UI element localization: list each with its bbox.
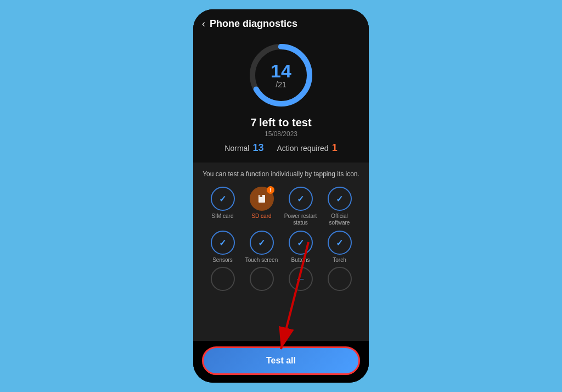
action-stat: Action required 1	[277, 142, 337, 154]
sensors-icon-circle: ✓	[211, 231, 235, 255]
buttons-label: Buttons	[291, 257, 310, 264]
torch-item[interactable]: ✓ Torch	[321, 231, 358, 264]
power-restart-label: Power restart status	[282, 213, 319, 226]
info-card: You can test a function individually by …	[193, 163, 369, 341]
normal-stat: Normal 13	[224, 142, 263, 154]
current-count: 14	[271, 61, 291, 80]
left-label: left to test	[259, 116, 312, 128]
left-count: 7	[250, 116, 256, 128]
sim-card-item[interactable]: ✓ SIM card	[204, 187, 241, 226]
extra-item-1[interactable]	[204, 267, 241, 291]
donut-center: 14 /21	[271, 61, 291, 89]
date-text: 15/08/2023	[265, 130, 297, 138]
back-button[interactable]: ‹	[202, 18, 205, 30]
header: ‹ Phone diagnostics	[193, 9, 369, 34]
sd-card-icon	[256, 193, 267, 204]
stats-row: Normal 13 Action required 1	[224, 142, 337, 158]
official-software-item[interactable]: ✓ Official software	[321, 187, 358, 226]
power-restart-icon-circle: ✓	[289, 187, 313, 211]
extra-item-2[interactable]	[243, 267, 280, 291]
extra-item-3[interactable]: —	[282, 267, 319, 291]
extra-icon-4	[328, 267, 352, 291]
donut-chart: 14 /21	[245, 40, 317, 111]
buttons-icon-circle: ✓	[289, 231, 313, 255]
diagnostics-grid: ✓ SIM card ! SD card	[202, 187, 360, 226]
sd-card-icon-circle: !	[250, 187, 274, 211]
extra-item-4[interactable]	[321, 267, 358, 291]
touch-screen-item[interactable]: ✓ Touch screen	[243, 231, 280, 264]
phone-frame: ‹ Phone diagnostics 14 /21 7 left to tes…	[193, 9, 369, 383]
page-title: Phone diagnostics	[210, 18, 297, 30]
svg-rect-4	[261, 195, 262, 197]
left-to-test: 7 left to test	[250, 116, 311, 129]
chart-section: 14 /21 7 left to test 15/08/2023 Normal …	[193, 34, 369, 163]
test-all-button[interactable]: Test all	[202, 346, 360, 375]
buttons-item[interactable]: ✓ Buttons	[282, 231, 319, 264]
normal-value: 13	[252, 142, 263, 154]
torch-label: Torch	[333, 257, 346, 264]
info-text: You can test a function individually by …	[202, 169, 360, 179]
svg-rect-3	[260, 195, 261, 197]
footer: Test all	[193, 341, 369, 383]
action-value: 1	[332, 142, 338, 154]
extra-icon-2	[250, 267, 274, 291]
total-count: /21	[276, 80, 286, 89]
sim-card-label: SIM card	[211, 213, 233, 220]
extra-icon-1	[211, 267, 235, 291]
sensors-item[interactable]: ✓ Sensors	[204, 231, 241, 264]
warning-badge: !	[267, 186, 274, 194]
diagnostics-grid-row3: —	[202, 267, 360, 291]
touch-screen-label: Touch screen	[245, 257, 278, 264]
normal-label: Normal	[224, 144, 249, 153]
phone-screen: ‹ Phone diagnostics 14 /21 7 left to tes…	[193, 9, 369, 383]
diagnostics-grid-row2: ✓ Sensors ✓ Touch screen ✓ Buttons	[202, 231, 360, 264]
sd-card-label: SD card	[251, 213, 271, 220]
torch-icon-circle: ✓	[328, 231, 352, 255]
power-restart-item[interactable]: ✓ Power restart status	[282, 187, 319, 226]
official-software-label: Official software	[321, 213, 358, 226]
official-software-icon-circle: ✓	[328, 187, 352, 211]
extra-icon-3: —	[289, 267, 313, 291]
sim-card-icon-circle: ✓	[211, 187, 235, 211]
touch-screen-icon-circle: ✓	[250, 231, 274, 255]
sd-card-item[interactable]: ! SD card	[243, 187, 280, 226]
sensors-label: Sensors	[212, 257, 233, 264]
action-label: Action required	[277, 144, 328, 153]
